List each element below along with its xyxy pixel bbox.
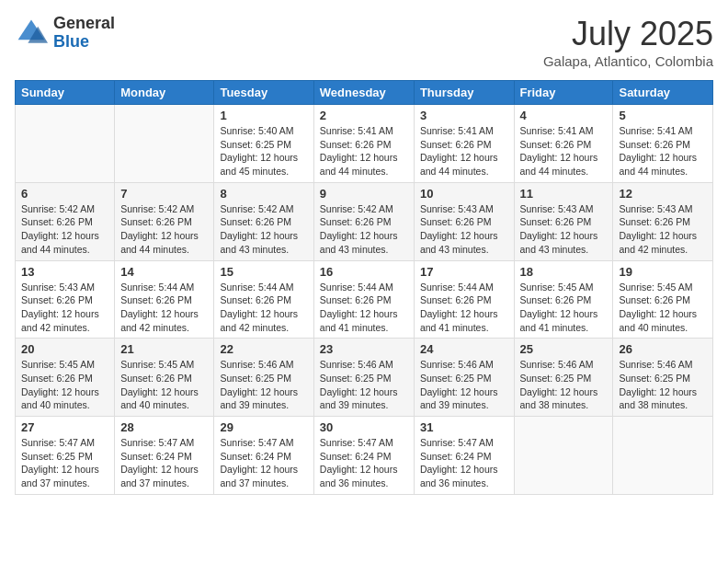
calendar-cell: 10Sunrise: 5:43 AMSunset: 6:26 PMDayligh… [414,182,514,260]
day-number: 8 [220,187,307,201]
calendar-cell: 23Sunrise: 5:46 AMSunset: 6:25 PMDayligh… [313,339,414,417]
calendar-cell: 17Sunrise: 5:44 AMSunset: 6:26 PMDayligh… [414,260,514,339]
title-block: July 2025 Galapa, Atlantico, Colombia [543,15,713,69]
calendar-cell: 2Sunrise: 5:41 AMSunset: 6:26 PMDaylight… [313,105,414,183]
day-number: 7 [120,187,208,201]
day-info: Sunrise: 5:44 AMSunset: 6:26 PMDaylight:… [420,281,508,335]
logo-general-text: General [53,15,115,33]
day-number: 24 [420,342,508,356]
calendar-cell: 25Sunrise: 5:46 AMSunset: 6:25 PMDayligh… [514,339,613,417]
day-number: 4 [520,109,608,122]
weekday-header: Sunday [16,81,115,105]
logo-icon [15,17,48,50]
day-number: 1 [220,109,307,122]
calendar-cell [514,417,613,495]
day-info: Sunrise: 5:43 AMSunset: 6:26 PMDaylight:… [420,202,508,257]
calendar-cell [16,105,115,183]
day-number: 3 [420,109,508,122]
day-info: Sunrise: 5:41 AMSunset: 6:26 PMDaylight:… [520,124,608,178]
calendar-week-row: 1Sunrise: 5:40 AMSunset: 6:25 PMDaylight… [16,105,713,183]
day-number: 30 [320,420,408,434]
calendar-cell: 22Sunrise: 5:46 AMSunset: 6:25 PMDayligh… [214,339,313,417]
day-info: Sunrise: 5:43 AMSunset: 6:26 PMDaylight:… [619,202,707,257]
day-number: 15 [220,265,307,279]
day-number: 17 [420,265,508,279]
calendar-cell: 6Sunrise: 5:42 AMSunset: 6:26 PMDaylight… [16,182,115,260]
day-number: 22 [220,342,307,356]
day-number: 2 [320,109,408,122]
day-info: Sunrise: 5:44 AMSunset: 6:26 PMDaylight:… [120,281,208,335]
day-number: 12 [619,187,707,201]
day-info: Sunrise: 5:43 AMSunset: 6:26 PMDaylight:… [21,281,108,335]
calendar-cell: 19Sunrise: 5:45 AMSunset: 6:26 PMDayligh… [613,260,713,339]
calendar-cell: 31Sunrise: 5:47 AMSunset: 6:24 PMDayligh… [414,417,514,495]
weekday-header: Saturday [613,81,713,105]
day-number: 27 [21,420,108,434]
calendar-cell: 29Sunrise: 5:47 AMSunset: 6:24 PMDayligh… [214,417,313,495]
day-number: 9 [320,187,408,201]
day-info: Sunrise: 5:44 AMSunset: 6:26 PMDaylight:… [220,281,307,335]
day-number: 19 [619,265,707,279]
weekday-header: Tuesday [214,81,313,105]
day-info: Sunrise: 5:46 AMSunset: 6:25 PMDaylight:… [420,358,508,412]
weekday-header: Monday [115,81,214,105]
calendar-cell: 3Sunrise: 5:41 AMSunset: 6:26 PMDaylight… [414,105,514,183]
day-info: Sunrise: 5:43 AMSunset: 6:26 PMDaylight:… [520,202,608,257]
day-number: 13 [21,265,108,279]
weekday-header: Thursday [414,81,514,105]
calendar-cell: 18Sunrise: 5:45 AMSunset: 6:26 PMDayligh… [514,260,613,339]
calendar-table: SundayMondayTuesdayWednesdayThursdayFrid… [15,80,713,495]
calendar-cell: 30Sunrise: 5:47 AMSunset: 6:24 PMDayligh… [313,417,414,495]
day-info: Sunrise: 5:45 AMSunset: 6:26 PMDaylight:… [619,281,707,335]
calendar-header-row: SundayMondayTuesdayWednesdayThursdayFrid… [16,81,713,105]
logo-blue-text: Blue [53,33,115,52]
calendar-cell: 21Sunrise: 5:45 AMSunset: 6:26 PMDayligh… [115,339,214,417]
day-info: Sunrise: 5:44 AMSunset: 6:26 PMDaylight:… [320,281,408,335]
month-title: July 2025 [543,15,713,53]
calendar-cell: 14Sunrise: 5:44 AMSunset: 6:26 PMDayligh… [115,260,214,339]
weekday-header: Friday [514,81,613,105]
day-info: Sunrise: 5:41 AMSunset: 6:26 PMDaylight:… [619,124,707,178]
calendar-week-row: 13Sunrise: 5:43 AMSunset: 6:26 PMDayligh… [16,260,713,339]
day-number: 31 [420,420,508,434]
day-info: Sunrise: 5:42 AMSunset: 6:26 PMDaylight:… [21,202,108,257]
weekday-header: Wednesday [313,81,414,105]
day-number: 23 [320,342,408,356]
logo-text: General Blue [53,15,115,52]
day-info: Sunrise: 5:47 AMSunset: 6:24 PMDaylight:… [420,436,508,490]
calendar-cell: 11Sunrise: 5:43 AMSunset: 6:26 PMDayligh… [514,182,613,260]
calendar-cell: 26Sunrise: 5:46 AMSunset: 6:25 PMDayligh… [613,339,713,417]
day-number: 16 [320,265,408,279]
calendar-cell: 12Sunrise: 5:43 AMSunset: 6:26 PMDayligh… [613,182,713,260]
logo: General Blue [15,15,115,52]
day-number: 10 [420,187,508,201]
day-number: 21 [120,342,208,356]
day-info: Sunrise: 5:45 AMSunset: 6:26 PMDaylight:… [520,281,608,335]
calendar-cell: 24Sunrise: 5:46 AMSunset: 6:25 PMDayligh… [414,339,514,417]
day-number: 26 [619,342,707,356]
calendar-cell: 8Sunrise: 5:42 AMSunset: 6:26 PMDaylight… [214,182,313,260]
day-info: Sunrise: 5:45 AMSunset: 6:26 PMDaylight:… [21,358,108,412]
day-info: Sunrise: 5:46 AMSunset: 6:25 PMDaylight:… [320,358,408,412]
day-number: 5 [619,109,707,122]
page-header: General Blue July 2025 Galapa, Atlantico… [15,15,713,69]
day-info: Sunrise: 5:47 AMSunset: 6:25 PMDaylight:… [21,436,108,490]
day-info: Sunrise: 5:46 AMSunset: 6:25 PMDaylight:… [220,358,307,412]
location-text: Galapa, Atlantico, Colombia [543,53,713,69]
day-info: Sunrise: 5:47 AMSunset: 6:24 PMDaylight:… [220,436,307,490]
day-number: 29 [220,420,307,434]
day-info: Sunrise: 5:46 AMSunset: 6:25 PMDaylight:… [520,358,608,412]
calendar-cell: 16Sunrise: 5:44 AMSunset: 6:26 PMDayligh… [313,260,414,339]
calendar-cell: 7Sunrise: 5:42 AMSunset: 6:26 PMDaylight… [115,182,214,260]
day-info: Sunrise: 5:45 AMSunset: 6:26 PMDaylight:… [120,358,208,412]
day-info: Sunrise: 5:42 AMSunset: 6:26 PMDaylight:… [120,202,208,257]
calendar-cell: 4Sunrise: 5:41 AMSunset: 6:26 PMDaylight… [514,105,613,183]
day-info: Sunrise: 5:41 AMSunset: 6:26 PMDaylight:… [420,124,508,178]
calendar-week-row: 20Sunrise: 5:45 AMSunset: 6:26 PMDayligh… [16,339,713,417]
calendar-cell [613,417,713,495]
calendar-cell: 13Sunrise: 5:43 AMSunset: 6:26 PMDayligh… [16,260,115,339]
day-number: 11 [520,187,608,201]
day-info: Sunrise: 5:41 AMSunset: 6:26 PMDaylight:… [320,124,408,178]
day-number: 14 [120,265,208,279]
calendar-cell: 20Sunrise: 5:45 AMSunset: 6:26 PMDayligh… [16,339,115,417]
